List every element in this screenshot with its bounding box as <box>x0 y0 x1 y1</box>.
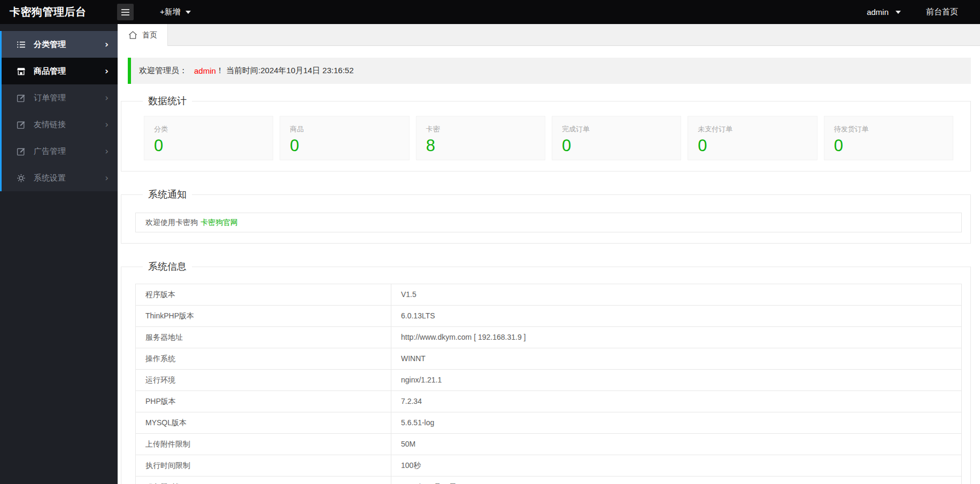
stat-label: 商品 <box>290 124 399 134</box>
sidebar-item-links[interactable]: 友情链接 › <box>0 111 118 138</box>
sidebar-item-label: 商品管理 <box>34 66 105 76</box>
sidebar-item-label: 系统设置 <box>34 173 105 183</box>
hamburger-icon <box>121 9 129 10</box>
table-row: 操作系统 WINNT <box>136 348 962 370</box>
stat-card-unpaid-orders: 未支付订单 0 <box>688 116 817 160</box>
row-value: 50M <box>391 434 962 455</box>
notice-section: 系统通知 欢迎使用卡密狗 卡密狗官网 <box>121 188 971 244</box>
sidebar-item-label: 友情链接 <box>34 120 105 130</box>
row-value: 5.6.51-log <box>391 412 962 434</box>
stat-label: 未支付订单 <box>698 124 807 134</box>
welcome-time: ！ 当前时间:2024年10月14日 23:16:52 <box>216 66 354 76</box>
chevron-right-icon: › <box>105 67 109 76</box>
table-row: 运行环境 nginx/1.21.1 <box>136 370 962 391</box>
row-label: 操作系统 <box>136 348 391 370</box>
sysinfo-table: 程序版本 V1.5 ThinkPHP版本 6.0.13LTS 服务器地址 htt… <box>135 284 962 484</box>
table-row: 执行时间限制 100秒 <box>136 455 962 477</box>
stat-value: 0 <box>834 137 943 154</box>
stat-value: 0 <box>290 137 399 154</box>
app-title: 卡密狗管理后台 <box>0 5 118 19</box>
stat-value: 0 <box>698 137 807 154</box>
welcome-prefix: 欢迎管理员： <box>139 66 187 76</box>
sidebar-item-ads[interactable]: 广告管理 › <box>0 138 118 165</box>
stat-label: 分类 <box>154 124 263 134</box>
sysinfo-section: 系统信息 程序版本 V1.5 ThinkPHP版本 6.0.13LTS 服务器地… <box>121 260 971 484</box>
gear-icon <box>17 174 26 183</box>
row-label: 程序版本 <box>136 284 391 306</box>
row-label: 上传附件限制 <box>136 434 391 455</box>
stat-card-cardkeys: 卡密 8 <box>416 116 545 160</box>
row-label: 服务器地址 <box>136 327 391 348</box>
stats-section: 数据统计 分类 0 商品 0 卡密 8 完成订单 0 未支付订单 0 <box>121 95 971 171</box>
row-value: 7.2.34 <box>391 391 962 412</box>
row-value: 100秒 <box>391 455 962 477</box>
edit-icon <box>17 147 26 156</box>
menu-toggle-button[interactable] <box>117 4 134 20</box>
user-menu[interactable]: admin <box>867 7 901 17</box>
stat-value: 0 <box>154 137 263 154</box>
notice-box: 欢迎使用卡密狗 卡密狗官网 <box>135 213 962 232</box>
row-value: V1.5 <box>391 284 962 306</box>
shop-icon <box>17 67 26 76</box>
sidebar-item-label: 广告管理 <box>34 146 105 157</box>
main-content: 欢迎管理员： admin ！ 当前时间:2024年10月14日 23:16:52… <box>118 46 980 484</box>
row-label: 运行环境 <box>136 370 391 391</box>
stat-card-completed-orders: 完成订单 0 <box>552 116 681 160</box>
add-new-label: +新增 <box>160 7 181 17</box>
chevron-right-icon: › <box>105 120 109 129</box>
row-value: nginx/1.21.1 <box>391 370 962 391</box>
sidebar-item-label: 订单管理 <box>34 93 105 103</box>
front-home-link[interactable]: 前台首页 <box>926 7 958 17</box>
sidebar-item-goods[interactable]: 商品管理 › <box>0 58 118 84</box>
row-value: 6.0.13LTS <box>391 306 962 327</box>
sidebar: 分类管理 › 商品管理 › 订单管理 › <box>0 24 118 484</box>
row-label: MYSQL版本 <box>136 412 391 434</box>
sysinfo-section-title: 系统信息 <box>143 260 192 273</box>
topbar: 卡密狗管理后台 +新增 admin 前台首页 <box>0 0 980 24</box>
chevron-right-icon: › <box>105 40 109 49</box>
notice-text: 欢迎使用卡密狗 <box>145 218 198 228</box>
table-row: PHP版本 7.2.34 <box>136 391 962 412</box>
table-row: 服务器时间 2024年10月14日 23:16:52 <box>136 477 962 484</box>
add-new-button[interactable]: +新增 <box>160 7 191 17</box>
sidebar-item-label: 分类管理 <box>34 40 105 50</box>
chevron-right-icon: › <box>105 147 109 156</box>
sidebar-item-orders[interactable]: 订单管理 › <box>0 84 118 111</box>
stat-card-pending-shipment: 待发货订单 0 <box>824 116 953 160</box>
row-label: ThinkPHP版本 <box>136 306 391 327</box>
table-row: MYSQL版本 5.6.51-log <box>136 412 962 434</box>
stats-row: 分类 0 商品 0 卡密 8 完成订单 0 未支付订单 0 待发货订单 0 <box>144 116 953 160</box>
row-value: WINNT <box>391 348 962 370</box>
sidebar-item-category[interactable]: 分类管理 › <box>0 31 118 58</box>
user-name: admin <box>867 7 889 17</box>
stats-section-title: 数据统计 <box>143 95 192 107</box>
caret-down-icon <box>896 11 901 14</box>
stat-label: 卡密 <box>426 124 535 134</box>
table-row: 上传附件限制 50M <box>136 434 962 455</box>
sidebar-item-settings[interactable]: 系统设置 › <box>0 165 118 191</box>
table-row: 服务器地址 http://www.dkym.com [ 192.168.31.9… <box>136 327 962 348</box>
official-site-link[interactable]: 卡密狗官网 <box>200 218 238 228</box>
stat-value: 0 <box>562 137 671 154</box>
tabbar: 首页 <box>118 24 980 46</box>
tab-home-label: 首页 <box>142 30 157 40</box>
edit-icon <box>17 120 26 129</box>
chevron-right-icon: › <box>105 93 109 103</box>
welcome-admin-name: admin <box>194 66 216 75</box>
stat-value: 8 <box>426 137 535 154</box>
sidebar-accent-strip <box>0 31 2 191</box>
table-row: ThinkPHP版本 6.0.13LTS <box>136 306 962 327</box>
stat-label: 完成订单 <box>562 124 671 134</box>
tab-home[interactable]: 首页 <box>118 24 168 46</box>
row-label: 执行时间限制 <box>136 455 391 477</box>
welcome-banner: 欢迎管理员： admin ！ 当前时间:2024年10月14日 23:16:52 <box>128 58 971 84</box>
table-row: 程序版本 V1.5 <box>136 284 962 306</box>
stat-label: 待发货订单 <box>834 124 943 134</box>
list-icon <box>17 40 26 49</box>
stat-card-goods: 商品 0 <box>280 116 409 160</box>
home-icon <box>128 30 138 40</box>
row-value: 2024年10月14日 23:16:52 <box>391 477 962 484</box>
row-label: PHP版本 <box>136 391 391 412</box>
stat-card-category: 分类 0 <box>144 116 273 160</box>
chevron-right-icon: › <box>105 174 109 183</box>
